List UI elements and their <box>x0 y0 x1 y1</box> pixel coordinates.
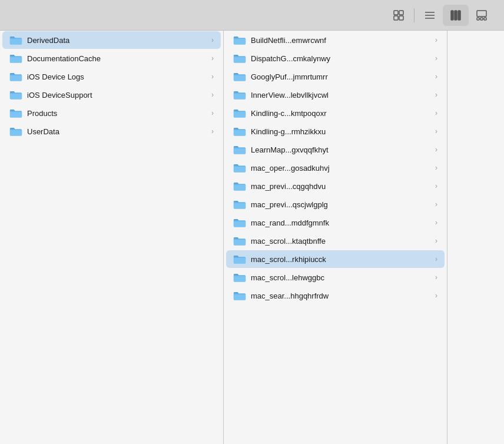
folder-icon <box>9 71 22 82</box>
chevron-icon: › <box>211 72 214 81</box>
svg-rect-7 <box>451 11 453 20</box>
folder-icon <box>233 236 246 246</box>
chevron-icon: › <box>211 54 214 62</box>
folder-icon <box>233 254 246 264</box>
chevron-icon: › <box>435 255 437 263</box>
folder-icon <box>233 144 246 155</box>
separator <box>414 8 415 22</box>
item-name: mac_oper...gosadkuhvj <box>251 164 433 173</box>
chevron-icon: › <box>211 109 214 117</box>
list-item[interactable]: GooglyPuf...jmmrtumrr › <box>226 68 445 85</box>
list-item[interactable]: iOS DeviceSupport › <box>2 86 221 104</box>
icon-view-button[interactable] <box>386 5 412 26</box>
item-name: Kindling-c...kmtpoqoxr <box>251 109 433 118</box>
list-item[interactable]: Kindling-c...kmtpoqoxr › <box>226 104 445 122</box>
chevron-icon: › <box>435 218 437 227</box>
item-name: GooglyPuf...jmmrtumrr <box>251 72 433 81</box>
item-name: mac_scrol...lehwggbc <box>251 273 433 282</box>
folder-icon <box>9 53 22 64</box>
item-name: iOS Device Logs <box>27 72 209 81</box>
chevron-icon: › <box>435 91 437 99</box>
folder-icon <box>9 108 22 118</box>
item-name: Kindling-g...rmhzikkxu <box>251 127 433 136</box>
list-item[interactable]: mac_rand...mddfgmnfk › <box>226 214 445 231</box>
item-name: mac_sear...hhgqhrfrdw <box>251 291 433 300</box>
folder-icon <box>233 272 246 283</box>
chevron-icon: › <box>435 164 437 172</box>
item-name: BuildNetfli...emwrcwnf <box>251 36 433 45</box>
list-item[interactable]: UserData › <box>2 122 221 140</box>
list-item[interactable]: DerivedData › <box>2 31 221 49</box>
folder-icon <box>233 199 246 210</box>
folder-icon <box>9 126 22 137</box>
chevron-icon: › <box>211 127 214 135</box>
list-item[interactable]: mac_scrol...ktaqtbnffe › <box>226 232 445 250</box>
list-item[interactable]: Products › <box>2 104 221 122</box>
svg-rect-11 <box>477 18 479 20</box>
item-name: mac_rand...mddfgmnfk <box>251 218 433 227</box>
list-item[interactable]: LearnMap...gxvqqfkhyt › <box>226 141 445 158</box>
svg-rect-12 <box>480 18 483 20</box>
item-name: mac_scrol...ktaqtbnffe <box>251 237 433 246</box>
item-name: UserData <box>27 127 209 136</box>
chevron-icon: › <box>435 237 437 245</box>
svg-rect-8 <box>455 11 457 20</box>
svg-rect-1 <box>399 11 403 15</box>
svg-rect-10 <box>477 11 486 16</box>
chevron-icon: › <box>211 91 214 99</box>
grid-icon <box>393 9 404 21</box>
column-view-button[interactable] <box>443 5 469 26</box>
chevron-icon: › <box>435 291 437 300</box>
list-item[interactable]: DocumentationCache › <box>2 49 221 67</box>
folder-icon <box>9 90 22 100</box>
item-name: DispatchG...cmkalynwy <box>251 54 433 63</box>
toolbar <box>386 5 495 26</box>
list-item[interactable]: Kindling-g...rmhzikkxu › <box>226 122 445 140</box>
list-view-button[interactable] <box>417 5 443 26</box>
folder-icon <box>233 181 246 191</box>
folder-icon <box>9 35 22 45</box>
item-name: LearnMap...gxvqqfkhyt <box>251 145 433 154</box>
list-item[interactable]: InnerView...lebvllkjvcwl › <box>226 86 445 104</box>
svg-rect-2 <box>394 16 398 20</box>
list-item[interactable]: mac_previ...cqgqhdvu › <box>226 177 445 195</box>
list-item[interactable]: mac_oper...gosadkuhvj › <box>226 159 445 177</box>
column-3 <box>447 31 504 444</box>
folder-icon <box>233 126 246 137</box>
item-name: mac_scrol...rkhipiucck <box>251 255 433 264</box>
item-name: InnerView...lebvllkjvcwl <box>251 91 433 100</box>
item-name: DerivedData <box>27 36 209 45</box>
item-name: mac_previ...qscjwlgplg <box>251 200 433 209</box>
column-icon <box>450 9 462 21</box>
list-item[interactable]: iOS Device Logs › <box>2 68 221 85</box>
list-item[interactable]: mac_scrol...rkhipiucck › <box>226 250 445 268</box>
svg-rect-0 <box>394 11 398 15</box>
column-1: DerivedData › DocumentationCache › iOS D… <box>0 31 224 444</box>
chevron-icon: › <box>435 72 437 81</box>
chevron-icon: › <box>435 127 437 135</box>
item-name: Products <box>27 109 209 118</box>
chevron-icon: › <box>435 200 437 208</box>
svg-rect-13 <box>484 18 486 20</box>
list-icon <box>424 9 436 21</box>
folder-icon <box>233 108 246 118</box>
list-item[interactable]: DispatchG...cmkalynwy › <box>226 49 445 67</box>
chevron-icon: › <box>211 36 214 44</box>
gallery-icon <box>476 9 488 21</box>
folder-icon <box>233 53 246 64</box>
item-name: iOS DeviceSupport <box>27 91 209 100</box>
title-bar <box>0 0 504 31</box>
chevron-icon: › <box>435 36 437 44</box>
chevron-icon: › <box>435 182 437 190</box>
folder-icon <box>233 290 246 301</box>
list-item[interactable]: mac_scrol...lehwggbc › <box>226 269 445 286</box>
folder-icon <box>233 90 246 100</box>
list-item[interactable]: BuildNetfli...emwrcwnf › <box>226 31 445 49</box>
folder-icon <box>233 71 246 82</box>
chevron-icon: › <box>435 109 437 117</box>
list-item[interactable]: mac_previ...qscjwlgplg › <box>226 196 445 213</box>
folder-icon <box>233 35 246 45</box>
gallery-view-button[interactable] <box>469 5 495 26</box>
chevron-icon: › <box>435 54 437 62</box>
list-item[interactable]: mac_sear...hhgqhrfrdw › <box>226 287 445 304</box>
